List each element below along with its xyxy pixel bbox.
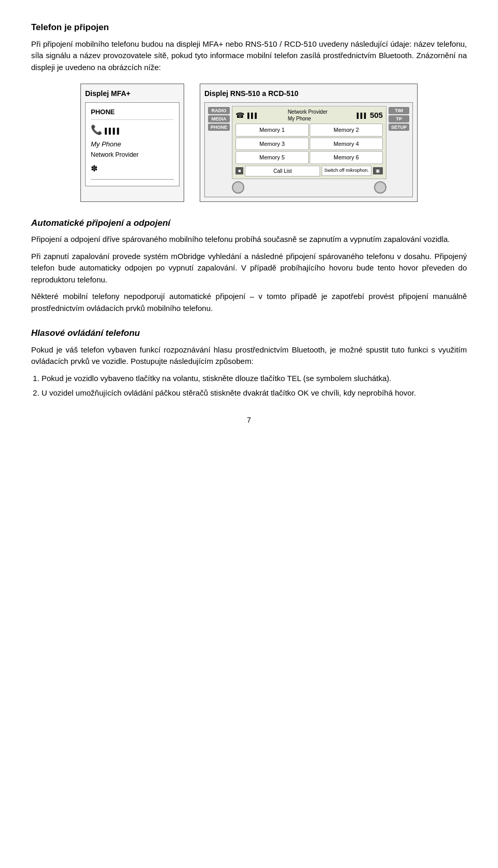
mfa-network-provider: Network Provider [91, 150, 174, 159]
page-number: 7 [31, 415, 467, 426]
rns-label: Displej RNS-510 a RCD-510 [204, 88, 413, 99]
auto-paragraph-2: Při zapnutí zapalování provede systém mO… [31, 251, 467, 286]
auto-paragraph-3: Některé mobilní telefony nepodporují aut… [31, 291, 467, 314]
page-title: Telefon je připojen [31, 21, 467, 34]
rns-inner: RADIO MEDIA PHONE ☎ ▌▌▌ Network Pro [204, 102, 413, 197]
rns-bottom-row: ■ Call List Switch off mikrophon. ▣ [236, 166, 383, 177]
rns-icon-btn[interactable]: ▣ [373, 167, 383, 174]
rns-memory-3[interactable]: Memory 3 [236, 138, 309, 151]
rns-center-screen: ☎ ▌▌▌ Network Provider My Phone ▌▌▌ 505 [232, 106, 386, 194]
rns-right-buttons: TIM TP SETUP [389, 106, 409, 131]
rns-tp-button[interactable]: TP [389, 115, 409, 123]
rns-memory-5[interactable]: Memory 5 [236, 151, 309, 164]
rns-display-box: Displej RNS-510 a RCD-510 RADIO MEDIA PH… [200, 84, 418, 202]
bottom-knob-row [232, 181, 386, 194]
rns-call-list[interactable]: Call List [245, 166, 320, 177]
rns-left-knob[interactable] [232, 181, 244, 194]
rns-phone-symbol: ☎ [236, 110, 244, 121]
list-item-1: Pokud je vozidlo vybaveno tlačítky na vo… [42, 373, 467, 385]
rns-provider-text: Network Provider My Phone [288, 108, 328, 122]
list-item-2: U vozidel umožňujících ovládání páčkou s… [42, 387, 467, 399]
rns-radio-button[interactable]: RADIO [208, 107, 230, 114]
voice-list: Pokud je vozidlo vybaveno tlačítky na vo… [31, 373, 467, 399]
mfa-label: Displej MFA+ [85, 88, 179, 99]
rns-memory-2[interactable]: Memory 2 [310, 124, 383, 137]
auto-paragraph-1: Připojení a odpojení dříve spárovaného m… [31, 234, 467, 246]
display-section: Displej MFA+ PHONE 📞 ▌▌▌▌ My Phone Netwo… [31, 84, 467, 202]
mfa-inner-screen: PHONE 📞 ▌▌▌▌ My Phone Network Provider ✽ [85, 102, 179, 186]
rns-phone-button[interactable]: PHONE [208, 124, 230, 131]
rns-tim-button[interactable]: TIM [389, 107, 409, 114]
rns-memory-1[interactable]: Memory 1 [236, 124, 309, 137]
rns-switch-off: Switch off mikrophon. [322, 166, 371, 176]
voice-paragraph-1: Pokud je váš telefon vybaven funkcí rozp… [31, 344, 467, 368]
mfa-bluetooth-icon: ✽ [91, 162, 174, 175]
rns-left-buttons: RADIO MEDIA PHONE [208, 106, 230, 131]
intro-paragraph: Při připojení mobilního telefonu budou n… [31, 38, 467, 74]
rns-right-knob[interactable] [374, 181, 386, 194]
rns-signal-bars: ▌▌▌ [247, 112, 258, 119]
mfa-phone-icon: 📞 ▌▌▌▌ [91, 123, 174, 137]
auto-heading: Automatické připojení a odpojení [31, 216, 467, 230]
rns-screen: ☎ ▌▌▌ Network Provider My Phone ▌▌▌ 505 [232, 106, 386, 179]
mfa-phone-label: PHONE [91, 107, 174, 120]
rns-media-button[interactable]: MEDIA [208, 115, 230, 123]
rns-memory-6[interactable]: Memory 6 [310, 151, 383, 164]
rns-black-btn[interactable]: ■ [236, 167, 243, 174]
mfa-bottom-line [91, 179, 174, 182]
rns-outer-container: RADIO MEDIA PHONE ☎ ▌▌▌ Network Pro [208, 106, 409, 194]
rns-memory-4[interactable]: Memory 4 [310, 138, 383, 151]
rns-setup-button[interactable]: SETUP [389, 124, 409, 131]
rns-number: 505 [370, 110, 383, 121]
rns-memory-grid: Memory 1 Memory 2 Memory 3 Memory 4 Memo… [236, 124, 383, 164]
rns-screen-top: ☎ ▌▌▌ Network Provider My Phone ▌▌▌ 505 [236, 108, 383, 122]
rns-signal2: ▌▌▌ [357, 112, 368, 119]
mfa-display-box: Displej MFA+ PHONE 📞 ▌▌▌▌ My Phone Netwo… [80, 84, 184, 202]
mfa-my-phone: My Phone [91, 139, 174, 150]
voice-heading: Hlasové ovládání telefonu [31, 327, 467, 340]
